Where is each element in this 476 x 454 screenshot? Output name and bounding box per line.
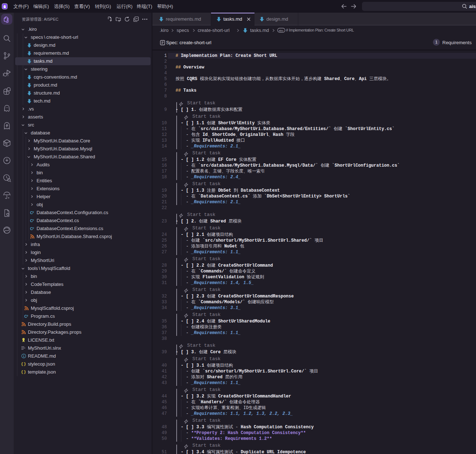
svg-text:abc: abc — [279, 29, 283, 32]
